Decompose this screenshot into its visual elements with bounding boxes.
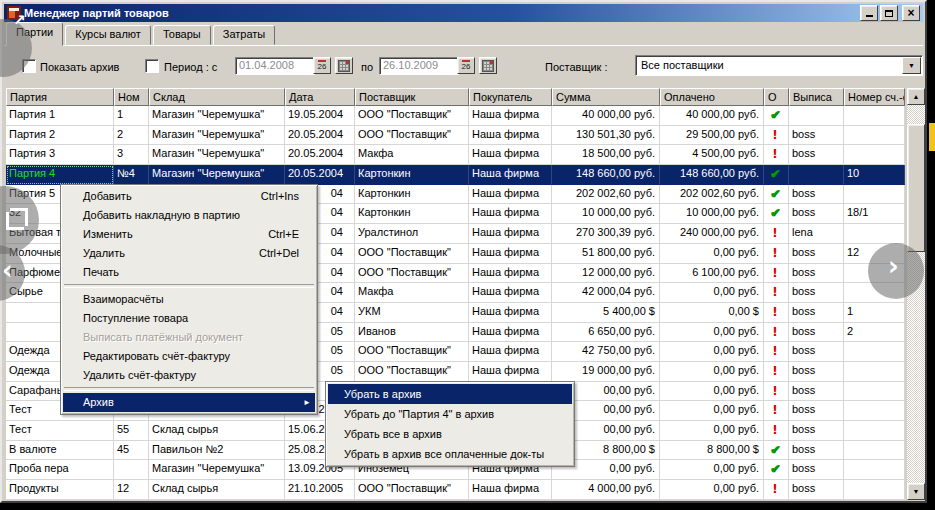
cell-status[interactable]: ! [764, 421, 789, 441]
table-row[interactable]: Партия 11Магазин "Черемушка"19.05.2004ОО… [6, 106, 905, 126]
cell-nom[interactable]: 3 [114, 145, 149, 165]
cell-status[interactable]: ! [764, 244, 789, 264]
submenu-item[interactable]: Убрать в архив [328, 384, 572, 404]
cell-paid[interactable]: 148 660,00 руб. [660, 165, 764, 185]
menu-item[interactable]: УдалитьCtrl+Del [63, 244, 315, 263]
cell-user[interactable]: boss [789, 204, 844, 224]
cell-user[interactable] [789, 165, 844, 185]
table-row[interactable]: Продукты12Склад сырья21.10.2005ООО "Пост… [6, 480, 905, 500]
cell-buyer[interactable]: Наша фирма [469, 283, 552, 303]
cell-status[interactable]: ! [764, 342, 789, 362]
cell-supplier[interactable]: ООО "Поставщик" [355, 362, 469, 382]
cell-supplier[interactable]: Картонкин [355, 165, 469, 185]
cell-sklad[interactable]: Магазин "Черемушка" [149, 165, 285, 185]
cell-nom[interactable]: 55 [114, 421, 149, 441]
cell-sklad[interactable]: Павильон №2 [149, 441, 285, 461]
cell-paid[interactable]: 0,00 руб. [660, 342, 764, 362]
cell-status[interactable]: ! [764, 401, 789, 421]
cell-buyer[interactable]: Наша фирма [469, 323, 552, 343]
cell-invoice[interactable] [844, 421, 905, 441]
cell-supplier[interactable]: Иванов [355, 323, 469, 343]
tab-Товары[interactable]: Товары [153, 25, 211, 45]
cell-date[interactable]: 20.05.2004 [285, 126, 355, 146]
cell-sklad[interactable]: Склад сырья [149, 421, 285, 441]
cell-user[interactable] [789, 106, 844, 126]
cell-invoice[interactable] [844, 342, 905, 362]
cell-user[interactable]: boss [789, 342, 844, 362]
cell-invoice[interactable] [844, 480, 905, 500]
column-header-invoice[interactable]: Номер сч.-ф. [844, 88, 905, 106]
cell-invoice[interactable] [844, 362, 905, 382]
cell-invoice[interactable]: 1 [844, 303, 905, 323]
cell-sklad[interactable]: Магазин "Черемушка" [149, 145, 285, 165]
cell-sum[interactable]: 51 800,00 руб. [552, 244, 660, 264]
cell-status[interactable]: ! [764, 145, 789, 165]
cell-partia[interactable]: Тест [6, 421, 114, 441]
cell-paid[interactable]: 10 000,00 руб. [660, 204, 764, 224]
cell-partia[interactable]: Проба пера [6, 460, 114, 480]
cell-buyer[interactable]: Наша фирма [469, 342, 552, 362]
cell-invoice[interactable] [844, 401, 905, 421]
cell-partia[interactable]: Партия 1 [6, 106, 114, 126]
cell-status[interactable]: ✔ [764, 441, 789, 461]
scroll-down-button[interactable]: ▼ [907, 483, 925, 500]
cell-paid[interactable]: 4 500,00 руб. [660, 145, 764, 165]
cell-partia[interactable]: Партия 3 [6, 145, 114, 165]
cell-invoice[interactable] [844, 185, 905, 205]
cell-sum[interactable]: 42 000,04 руб. [552, 283, 660, 303]
cell-status[interactable]: ! [764, 264, 789, 284]
cell-user[interactable]: boss [789, 421, 844, 441]
cell-buyer[interactable]: Наша фирма [469, 244, 552, 264]
combo-dropdown-button[interactable]: ▼ [902, 57, 921, 74]
cell-status[interactable]: ! [764, 224, 789, 244]
menu-item[interactable]: Взаиморасчёты [63, 290, 315, 309]
cell-status[interactable]: ✔ [764, 460, 789, 480]
cell-status[interactable]: ! [764, 283, 789, 303]
cell-status[interactable]: ✔ [764, 185, 789, 205]
cell-paid[interactable]: 0,00 руб. [660, 401, 764, 421]
cell-user[interactable]: boss [789, 401, 844, 421]
cell-supplier[interactable]: ООО "Поставщик" [355, 106, 469, 126]
cell-user[interactable]: boss [789, 283, 844, 303]
cell-invoice[interactable] [844, 145, 905, 165]
cell-partia[interactable]: Партия 4 [6, 165, 114, 185]
column-header-buyer[interactable]: Покупатель [469, 88, 552, 106]
cell-sum[interactable]: 270 300,39 руб. [552, 224, 660, 244]
cell-supplier[interactable]: ООО "Поставщик" [355, 480, 469, 500]
cell-paid[interactable]: 8 800,00 $ [660, 441, 764, 461]
cell-user[interactable]: boss [789, 145, 844, 165]
cell-sum[interactable]: 6 650,00 руб. [552, 323, 660, 343]
cell-nom[interactable] [114, 460, 149, 480]
scroll-up-button[interactable]: ▲ [907, 88, 925, 105]
cell-paid[interactable]: 0,00 руб. [660, 323, 764, 343]
cell-supplier[interactable]: ООО "Поставщик" [355, 244, 469, 264]
cell-nom[interactable]: №4 [114, 165, 149, 185]
cell-user[interactable]: boss [789, 382, 844, 402]
cell-paid[interactable]: 0,00 $ [660, 303, 764, 323]
cell-sklad[interactable]: Склад сырья [149, 480, 285, 500]
menu-item[interactable]: ДобавитьCtrl+Ins [63, 187, 315, 206]
cell-user[interactable]: boss [789, 264, 844, 284]
cell-date[interactable]: 20.05.2004 [285, 165, 355, 185]
cell-status[interactable]: ! [764, 303, 789, 323]
cell-user[interactable]: boss [789, 185, 844, 205]
cell-sklad[interactable]: Магазин "Черемушка" [149, 126, 285, 146]
cell-supplier[interactable]: Макфа [355, 145, 469, 165]
cell-paid[interactable]: 0,00 руб. [660, 283, 764, 303]
cell-user[interactable]: boss [789, 126, 844, 146]
cell-sum[interactable]: 19 000,00 руб. [552, 362, 660, 382]
cell-buyer[interactable]: Наша фирма [469, 145, 552, 165]
cell-supplier[interactable]: ООО "Поставщик" [355, 264, 469, 284]
period-to-field[interactable]: 26.10.2009 [379, 57, 459, 75]
cell-status[interactable]: ✔ [764, 165, 789, 185]
column-header-partia[interactable]: Партия [6, 88, 114, 106]
cell-supplier[interactable]: Картонкин [355, 185, 469, 205]
period-from-calendar-button[interactable] [335, 57, 353, 74]
cell-paid[interactable]: 40 000,00 руб. [660, 106, 764, 126]
cell-sum[interactable]: 5 400,00 $ [552, 303, 660, 323]
period-from-day-button[interactable]: 26 [313, 57, 331, 74]
cell-user[interactable]: boss [789, 460, 844, 480]
cell-status[interactable]: ✔ [764, 204, 789, 224]
table-row[interactable]: Партия 33Магазин "Черемушка"20.05.2004Ма… [6, 145, 905, 165]
cell-user[interactable]: boss [789, 362, 844, 382]
